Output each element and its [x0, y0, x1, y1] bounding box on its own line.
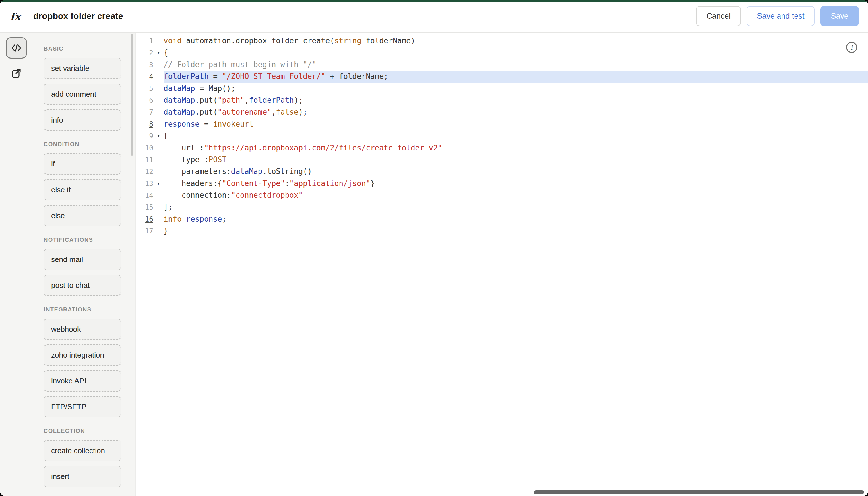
code-token: "autorename"	[218, 108, 272, 116]
code-line-10[interactable]: 10 url :"https://api.dropboxapi.com/2/fi…	[136, 142, 868, 154]
code-line-3[interactable]: 3// Folder path must begin with "/"	[136, 59, 868, 71]
code-token: "https://api.dropboxapi.com/2/files/crea…	[204, 143, 442, 152]
code-token: "Content-Type"	[222, 179, 285, 188]
gutter: 4	[136, 71, 164, 82]
code-token: + folderName;	[326, 72, 388, 81]
gutter: 1	[136, 35, 164, 47]
line-number: 17	[136, 225, 153, 237]
code-editor-icon[interactable]	[6, 37, 27, 59]
line-number: 15	[136, 201, 153, 213]
line-number: 5	[136, 83, 153, 94]
code-token: POST	[209, 155, 227, 164]
code-token: // Folder path must begin with "/"	[164, 60, 316, 69]
code-token: folderName)	[361, 36, 415, 45]
snippet-send-mail[interactable]: send mail	[44, 249, 121, 270]
sidebar-section: CONDITIONifelse ifelse	[44, 141, 136, 226]
code-text: [	[164, 130, 868, 142]
code-token: ,	[245, 96, 249, 105]
code-editor[interactable]: 1void automation.dropbox_folder_create(s…	[136, 33, 868, 496]
code-line-8[interactable]: 8response = invokeurl	[136, 118, 868, 130]
info-icon[interactable]: i	[846, 42, 857, 53]
code-token: .toString()	[262, 167, 312, 176]
snippet-webhook[interactable]: webhook	[44, 319, 121, 340]
window-top-strip	[0, 0, 868, 2]
code-text: dataMap = Map();	[164, 83, 868, 94]
execute-panel-icon[interactable]	[6, 63, 27, 84]
snippet-insert[interactable]: insert	[44, 466, 121, 487]
code-text: dataMap.put("autorename",false);	[164, 106, 868, 118]
code-line-11[interactable]: 11 type :POST	[136, 154, 868, 166]
code-token: );	[294, 96, 303, 105]
save-and-test-button[interactable]: Save and test	[747, 6, 815, 26]
sidebar-section: NOTIFICATIONSsend mailpost to chat	[44, 236, 136, 296]
line-number: 3	[136, 59, 153, 71]
snippet-else-if[interactable]: else if	[44, 179, 121, 200]
code-token: folderPath	[164, 72, 209, 81]
sidebar-scrollbar[interactable]	[131, 34, 133, 156]
snippet-add-comment[interactable]: add comment	[44, 83, 121, 105]
code-token: dataMap	[164, 96, 195, 105]
code-token: :	[285, 179, 290, 188]
code-text: info response;	[164, 213, 868, 225]
code-line-16[interactable]: 16info response;	[136, 213, 868, 225]
code-line-1[interactable]: 1void automation.dropbox_folder_create(s…	[136, 35, 868, 47]
gutter: 3	[136, 59, 164, 71]
code-token: void	[164, 36, 182, 45]
snippet-else[interactable]: else	[44, 205, 121, 226]
snippet-create-collection[interactable]: create collection	[44, 440, 121, 461]
gutter: 16	[136, 213, 164, 225]
code-token: response	[164, 120, 200, 128]
code-line-14[interactable]: 14 connection:"connectdropbox"	[136, 189, 868, 201]
code-line-9[interactable]: 9▾[	[136, 130, 868, 142]
code-line-12[interactable]: 12 parameters:dataMap.toString()	[136, 166, 868, 177]
save-button[interactable]: Save	[820, 6, 859, 26]
code-token: "connectdropbox"	[231, 191, 303, 200]
section-label: BASIC	[44, 45, 136, 52]
gutter: 6	[136, 94, 164, 106]
line-number: 7	[136, 106, 153, 118]
code-token: .put(	[195, 96, 218, 105]
horizontal-scrollbar[interactable]	[534, 490, 864, 494]
code-token: dataMap	[231, 167, 263, 176]
section-label: NOTIFICATIONS	[44, 236, 136, 243]
code-text: ];	[164, 201, 868, 213]
line-number: 13	[136, 178, 153, 189]
snippet-ftp-sftp[interactable]: FTP/SFTP	[44, 396, 121, 417]
code-line-5[interactable]: 5dataMap = Map();	[136, 83, 868, 94]
code-token: string	[335, 36, 361, 45]
snippet-post-to-chat[interactable]: post to chat	[44, 275, 121, 296]
snippet-set-variable[interactable]: set variable	[44, 58, 121, 79]
code-line-17[interactable]: 17}	[136, 225, 868, 237]
code-token: folderPath	[249, 96, 294, 105]
snippet-zoho-integration[interactable]: zoho integration	[44, 344, 121, 366]
code-text: folderPath = "/ZOHO ST Team Folder/" + f…	[164, 71, 868, 82]
code-line-15[interactable]: 15];	[136, 201, 868, 213]
section-label: CONDITION	[44, 141, 136, 148]
fold-arrow-icon[interactable]: ▾	[153, 47, 164, 59]
gutter: 12	[136, 166, 164, 177]
snippet-info[interactable]: info	[44, 109, 121, 130]
code-line-6[interactable]: 6dataMap.put("path",folderPath);	[136, 94, 868, 106]
fold-arrow-icon[interactable]: ▾	[153, 130, 164, 142]
code-line-2[interactable]: 2▾{	[136, 47, 868, 59]
snippet-sidebar: BASICset variableadd commentinfoCONDITIO…	[33, 33, 136, 496]
code-token: info	[164, 215, 182, 223]
code-token: =	[209, 72, 222, 81]
snippet-invoke-api[interactable]: invoke API	[44, 370, 121, 391]
fx-logo-icon: fx	[10, 10, 33, 22]
sidebar-section: COLLECTIONcreate collectioninsert	[44, 428, 136, 487]
code-token: ;	[222, 215, 227, 223]
snippet-if[interactable]: if	[44, 153, 121, 174]
fold-arrow-icon[interactable]: ▾	[153, 178, 164, 189]
left-icon-rail	[0, 33, 33, 496]
header: fx dropbox folder create Cancel Save and…	[0, 0, 868, 33]
code-text: type :POST	[164, 154, 868, 166]
code-token: type :	[164, 155, 209, 164]
cancel-button[interactable]: Cancel	[696, 6, 741, 26]
code-line-13[interactable]: 13▾ headers:{"Content-Type":"application…	[136, 178, 868, 189]
code-line-4[interactable]: 4folderPath = "/ZOHO ST Team Folder/" + …	[136, 71, 868, 82]
code-token: "/ZOHO ST Team Folder/"	[222, 72, 326, 81]
code-line-7[interactable]: 7dataMap.put("autorename",false);	[136, 106, 868, 118]
code-token: [	[164, 131, 168, 140]
code-token: "application/json"	[289, 179, 370, 188]
